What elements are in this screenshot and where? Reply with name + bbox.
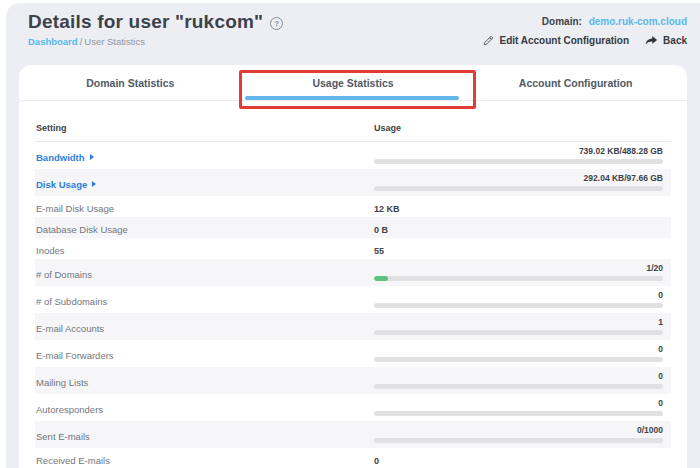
table-row: Disk Usage292.04 KB/97.66 GB <box>35 169 671 196</box>
setting-label: # of Domains <box>36 269 92 280</box>
table-row: # of Subdomains0 <box>35 286 671 313</box>
table-row: E-mail Accounts1 <box>35 313 671 340</box>
breadcrumb-separator: / <box>80 36 83 47</box>
usage-value: 0 <box>374 456 379 466</box>
domain-label: Domain: <box>542 16 582 27</box>
usage-value: 739.02 KB/488.28 GB <box>374 147 671 156</box>
edit-account-configuration-label: Edit Account Configuration <box>499 35 629 46</box>
usage-value: 0 <box>374 399 671 408</box>
setting-link[interactable]: Bandwidth <box>36 152 94 163</box>
page-title: Details for user "rukcom" <box>28 11 263 33</box>
usage-bar <box>374 411 663 416</box>
setting-label: E-mail Disk Usage <box>36 203 114 214</box>
content-card: Domain StatisticsUsage StatisticsAccount… <box>19 65 687 468</box>
setting-label: Mailing Lists <box>36 377 88 388</box>
table-header-row: Setting Usage <box>35 115 671 142</box>
usage-bar <box>374 186 663 191</box>
table-row: Mailing Lists0 <box>35 367 671 394</box>
domain-info: Domain: demo.ruk-com.cloud <box>483 16 687 27</box>
table-row: Received E-mails0 <box>35 448 671 468</box>
breadcrumb-dashboard-link[interactable]: Dashboard <box>28 36 78 47</box>
setting-label: E-mail Forwarders <box>36 350 114 361</box>
table-row: E-mail Forwarders0 <box>35 340 671 367</box>
usage-bar <box>374 384 663 389</box>
usage-table: Setting Usage Bandwidth739.02 KB/488.28 … <box>19 115 687 468</box>
usage-value: 0/1000 <box>374 426 671 435</box>
tab-domain-statistics[interactable]: Domain Statistics <box>19 65 242 100</box>
header-left: Details for user "rukcom" ? Dashboard/Us… <box>28 11 283 47</box>
expand-arrow-icon <box>92 181 96 187</box>
usage-bar <box>374 303 663 308</box>
breadcrumb: Dashboard/User Statistics <box>28 36 283 47</box>
setting-label: Inodes <box>36 245 65 256</box>
setting-label: Database Disk Usage <box>36 224 128 235</box>
usage-value: 0 <box>374 345 671 354</box>
usage-bar <box>374 276 663 281</box>
table-row: E-mail Disk Usage12 KB <box>35 196 671 217</box>
table-row: Database Disk Usage0 B <box>35 217 671 238</box>
usage-value: 12 KB <box>374 204 400 214</box>
help-icon[interactable]: ? <box>270 17 283 30</box>
setting-label: # of Subdomains <box>36 296 107 307</box>
domain-value-link[interactable]: demo.ruk-com.cloud <box>589 16 687 27</box>
table-row: Inodes55 <box>35 238 671 259</box>
usage-value: 0 <box>374 291 671 300</box>
usage-value: 292.04 KB/97.66 GB <box>374 174 671 183</box>
usage-column-header: Usage <box>374 123 671 133</box>
back-button[interactable]: Back <box>645 35 687 46</box>
tab-account-configuration[interactable]: Account Configuration <box>464 65 687 100</box>
expand-arrow-icon <box>90 154 94 160</box>
setting-label: Autoresponders <box>36 404 103 415</box>
usage-value: 0 B <box>374 225 388 235</box>
usage-value: 1/20 <box>374 264 671 273</box>
usage-bar <box>374 438 663 443</box>
pencil-icon <box>483 35 494 46</box>
usage-bar <box>374 357 663 362</box>
tabs: Domain StatisticsUsage StatisticsAccount… <box>19 65 687 101</box>
table-body: Bandwidth739.02 KB/488.28 GBDisk Usage29… <box>35 142 671 468</box>
setting-column-header: Setting <box>35 123 374 133</box>
usage-bar <box>374 159 663 164</box>
setting-label: Received E-mails <box>36 455 110 466</box>
usage-bar <box>374 330 663 335</box>
table-row: Sent E-mails0/1000 <box>35 421 671 448</box>
table-row: # of Domains1/20 <box>35 259 671 286</box>
back-label: Back <box>663 35 687 46</box>
page-header: Details for user "rukcom" ? Dashboard/Us… <box>6 3 700 47</box>
usage-value: 1 <box>374 318 671 327</box>
table-row: Bandwidth739.02 KB/488.28 GB <box>35 142 671 169</box>
setting-label: E-mail Accounts <box>36 323 104 334</box>
page-background: Details for user "rukcom" ? Dashboard/Us… <box>6 3 700 468</box>
setting-label: Sent E-mails <box>36 431 90 442</box>
usage-value: 55 <box>374 246 384 256</box>
edit-account-configuration-button[interactable]: Edit Account Configuration <box>483 35 629 46</box>
setting-link[interactable]: Disk Usage <box>36 179 96 190</box>
table-row: Autoresponders0 <box>35 394 671 421</box>
header-right: Domain: demo.ruk-com.cloud Edit Account … <box>483 11 687 47</box>
tab-usage-statistics[interactable]: Usage Statistics <box>242 65 465 100</box>
breadcrumb-current: User Statistics <box>84 36 145 47</box>
back-arrow-icon <box>645 35 658 46</box>
usage-value: 0 <box>374 372 671 381</box>
